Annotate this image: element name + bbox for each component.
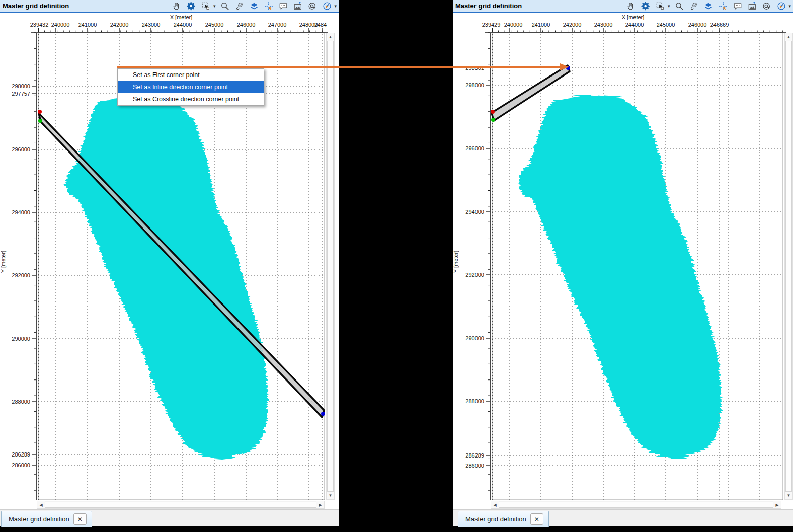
svg-text:288000: 288000 bbox=[465, 398, 484, 404]
vertical-scrollbar[interactable]: ▲ ▼ bbox=[784, 33, 793, 500]
toolbar: ▾▾ bbox=[626, 0, 791, 12]
dropdown-caret-icon[interactable]: ▾ bbox=[334, 4, 337, 9]
settings-gear-icon[interactable] bbox=[186, 1, 197, 11]
scroll-left-button[interactable]: ◀ bbox=[491, 501, 499, 508]
tab-master-grid-definition[interactable]: Master grid definition ✕ bbox=[458, 511, 549, 527]
svg-text:290000: 290000 bbox=[465, 335, 484, 341]
svg-text:290000: 290000 bbox=[12, 336, 30, 342]
svg-text:242000: 242000 bbox=[563, 22, 582, 28]
menu-item-set-first-corner[interactable]: Set as First corner point bbox=[118, 69, 264, 81]
tab-label: Master grid definition bbox=[9, 515, 69, 523]
layers-icon[interactable] bbox=[249, 1, 259, 11]
svg-text:245000: 245000 bbox=[657, 22, 675, 28]
svg-text:292000: 292000 bbox=[465, 272, 484, 278]
comment-bubble-icon[interactable] bbox=[278, 1, 288, 11]
svg-text:297757: 297757 bbox=[12, 91, 30, 97]
svg-text:247000: 247000 bbox=[268, 22, 287, 28]
svg-text:246000: 246000 bbox=[237, 22, 256, 28]
svg-text:286000: 286000 bbox=[465, 463, 484, 469]
scroll-down-button[interactable]: ▼ bbox=[327, 492, 334, 499]
toolbar: ▾▾ bbox=[172, 0, 337, 12]
svg-text:243000: 243000 bbox=[142, 22, 161, 28]
svg-text:294000: 294000 bbox=[12, 209, 30, 215]
scroll-down-button[interactable]: ▼ bbox=[785, 492, 792, 499]
tab-strip: Master grid definition ✕ bbox=[453, 509, 793, 526]
svg-text:286289: 286289 bbox=[465, 452, 484, 459]
horizontal-scrollbar[interactable]: ◀ ▶ bbox=[37, 501, 325, 509]
svg-text:288000: 288000 bbox=[12, 399, 30, 405]
tab-label: Master grid definition bbox=[465, 515, 526, 523]
horizontal-scrollbar[interactable]: ◀ ▶ bbox=[491, 501, 781, 509]
export-image-icon[interactable] bbox=[747, 1, 757, 11]
rubber-band-zoom-icon[interactable] bbox=[688, 1, 699, 11]
pan-hand-icon[interactable] bbox=[626, 1, 637, 11]
svg-text:243000: 243000 bbox=[594, 22, 613, 28]
dropdown-caret-icon[interactable]: ▾ bbox=[788, 4, 791, 9]
settings-gear-icon[interactable] bbox=[641, 1, 651, 11]
svg-text:298000: 298000 bbox=[465, 82, 484, 88]
svg-text:292000: 292000 bbox=[12, 272, 30, 278]
svg-text:286000: 286000 bbox=[12, 462, 30, 468]
context-menu: Set as First corner point Set as Inline … bbox=[117, 68, 264, 106]
svg-text:239432: 239432 bbox=[30, 22, 49, 28]
scroll-up-button[interactable]: ▲ bbox=[785, 33, 792, 41]
svg-text:240000: 240000 bbox=[504, 22, 523, 28]
scrollbar-thumb[interactable] bbox=[785, 41, 792, 492]
dropdown-caret-icon[interactable]: ▾ bbox=[213, 4, 216, 9]
svg-text:Y [meter]: Y [meter] bbox=[0, 251, 6, 273]
svg-text:298301: 298301 bbox=[465, 65, 484, 71]
svg-text:239429: 239429 bbox=[482, 22, 501, 28]
svg-text:245000: 245000 bbox=[205, 22, 224, 28]
scrollbar-thumb[interactable] bbox=[327, 41, 334, 492]
svg-text:244000: 244000 bbox=[174, 22, 192, 28]
scroll-up-button[interactable]: ▲ bbox=[327, 33, 334, 41]
vertical-scrollbar[interactable]: ▲ ▼ bbox=[326, 33, 335, 500]
window-title: Master grid definition bbox=[0, 2, 69, 10]
zoom-magnifier-icon[interactable] bbox=[674, 1, 684, 11]
tab-strip: Master grid definition ✕ bbox=[0, 509, 339, 526]
export-image-icon[interactable] bbox=[292, 1, 303, 11]
compass-icon[interactable] bbox=[776, 1, 786, 11]
scroll-left-button[interactable]: ◀ bbox=[37, 501, 45, 508]
svg-text:294000: 294000 bbox=[465, 209, 484, 215]
scrollbar-thumb[interactable] bbox=[45, 502, 316, 508]
select-view-icon[interactable] bbox=[201, 1, 211, 11]
crosshair-position-icon[interactable] bbox=[263, 1, 274, 11]
svg-text:246669: 246669 bbox=[710, 22, 729, 28]
svg-text:246000: 246000 bbox=[688, 22, 707, 28]
scrollbar-thumb[interactable] bbox=[499, 502, 773, 508]
zoom-magnifier-icon[interactable] bbox=[219, 1, 230, 11]
window-title: Master grid definition bbox=[453, 2, 522, 10]
svg-text:240000: 240000 bbox=[51, 22, 70, 28]
dropdown-caret-icon[interactable]: ▾ bbox=[668, 4, 670, 9]
svg-text:296000: 296000 bbox=[465, 145, 484, 151]
scroll-right-button[interactable]: ▶ bbox=[316, 501, 324, 508]
tab-master-grid-definition[interactable]: Master grid definition ✕ bbox=[1, 511, 92, 527]
svg-text:X [meter]: X [meter] bbox=[622, 14, 645, 20]
select-view-icon[interactable] bbox=[655, 1, 666, 11]
region-magnifier-icon[interactable] bbox=[761, 1, 772, 11]
svg-text:298000: 298000 bbox=[12, 83, 30, 89]
svg-text:242000: 242000 bbox=[110, 22, 129, 28]
comment-bubble-icon[interactable] bbox=[732, 1, 743, 11]
compass-icon[interactable] bbox=[322, 1, 332, 11]
pan-hand-icon[interactable] bbox=[172, 1, 182, 11]
tab-close-button[interactable]: ✕ bbox=[73, 513, 87, 525]
menu-item-set-crossline-corner[interactable]: Set as Crossline direction corner point bbox=[118, 93, 264, 105]
scroll-right-button[interactable]: ▶ bbox=[773, 501, 781, 508]
crosshair-position-icon[interactable] bbox=[718, 1, 728, 11]
menu-item-set-inline-corner[interactable]: Set as Inline direction corner point bbox=[118, 81, 264, 93]
svg-text:Y [meter]: Y [meter] bbox=[453, 251, 459, 273]
svg-text:X [meter]: X [meter] bbox=[170, 14, 193, 20]
layers-icon[interactable] bbox=[703, 1, 713, 11]
svg-text:286289: 286289 bbox=[12, 451, 30, 458]
svg-text:241000: 241000 bbox=[532, 22, 550, 28]
svg-text:244000: 244000 bbox=[625, 22, 644, 28]
tab-close-button[interactable]: ✕ bbox=[530, 513, 543, 525]
svg-text:241000: 241000 bbox=[78, 22, 97, 28]
region-magnifier-icon[interactable] bbox=[307, 1, 318, 11]
svg-text:296000: 296000 bbox=[12, 146, 30, 153]
plot-canvas-right[interactable]: 2394292400002410002420002430002440002450… bbox=[453, 13, 793, 509]
rubber-band-zoom-icon[interactable] bbox=[234, 1, 245, 11]
svg-text:2484: 2484 bbox=[314, 22, 327, 28]
